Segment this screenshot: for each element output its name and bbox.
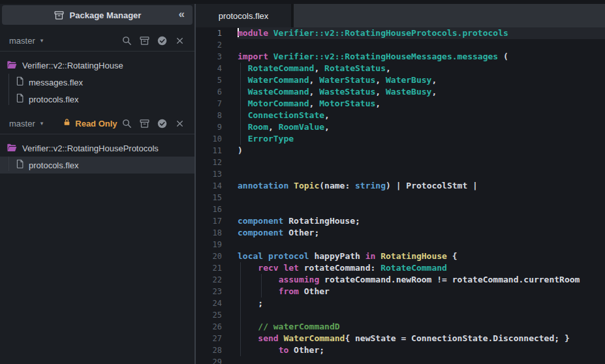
folder-icon [7, 143, 17, 154]
code-line[interactable]: 12 [196, 157, 605, 168]
code-line[interactable]: 24 ; [196, 297, 605, 309]
worktree-header-row: master▾ [0, 31, 194, 50]
check-circle-icon[interactable] [156, 117, 168, 129]
token [375, 251, 380, 261]
code-line[interactable]: 16 [196, 204, 605, 215]
code-line[interactable]: 4 RotateCommand, RotateStatus, [196, 63, 605, 74]
branch-dropdown[interactable]: master▾ [9, 36, 43, 46]
line-number: 13 [196, 168, 222, 180]
token [238, 122, 248, 132]
token: , [386, 63, 391, 73]
read-only-label: Read Only [75, 119, 117, 129]
code-line[interactable]: 21 recv let rotateCommand: RotateCommand [196, 262, 605, 274]
code-line[interactable]: 27 send WaterCommand{ newState = Connect… [196, 333, 605, 344]
folder-row[interactable]: Verifier::v2::RotatingHouse [0, 57, 194, 74]
token: in [365, 251, 376, 261]
folder-label: Verifier::v2::RotatingHouse [22, 61, 123, 70]
token: RotatingHouse [380, 251, 447, 261]
check-circle-icon[interactable] [156, 35, 168, 46]
code-text [238, 157, 605, 168]
token: RotateStatus [324, 63, 386, 73]
token: from [279, 286, 299, 296]
token: , [314, 63, 324, 73]
line-number: 22 [196, 274, 222, 286]
line-number: 4 [196, 63, 222, 74]
code-line[interactable]: 2 [196, 39, 605, 51]
token: , [309, 87, 320, 97]
code-editor[interactable]: 1module Verifier::v2::RotatingHouseProto… [196, 27, 605, 364]
token [238, 99, 248, 108]
close-icon[interactable] [174, 117, 185, 129]
package-icon[interactable] [138, 35, 150, 46]
code-text: ; [238, 297, 605, 309]
package-icon [54, 10, 65, 21]
collapse-panel-icon[interactable]: « [179, 8, 185, 21]
token: let [283, 263, 298, 273]
package-icon[interactable] [138, 117, 150, 129]
code-lines: 1module Verifier::v2::RotatingHouseProto… [196, 27, 605, 364]
code-line[interactable]: 17component RotatingHouse; [196, 215, 605, 227]
code-line[interactable]: 3import Verifier::v2::RotatingHouseMessa… [196, 51, 605, 63]
code-line[interactable]: 23 from Other [196, 286, 605, 297]
code-text: annotation Topic(name: string) | Protoco… [238, 180, 605, 192]
branch-dropdown[interactable]: master▾ [9, 119, 43, 129]
code-line[interactable]: 26 // waterCommandD [196, 321, 605, 333]
code-line[interactable]: 25 [196, 309, 605, 321]
line-number: 29 [196, 356, 222, 364]
code-text [238, 309, 605, 321]
token: component [238, 216, 283, 226]
code-text: RotateCommand, RotateStatus, [238, 63, 605, 74]
worktree-toolbar [121, 117, 185, 129]
code-line[interactable]: 22 assuming rotateCommand.newRoom != rot… [196, 274, 605, 286]
token: , [268, 122, 279, 132]
code-line[interactable]: 7 MotorCommand, MotorStatus, [196, 98, 605, 110]
lock-icon [63, 118, 71, 129]
search-icon[interactable] [121, 35, 132, 46]
indent-guide [240, 262, 241, 356]
app-window: Package Manager « master▾Verifier::v2::R… [0, 0, 605, 364]
folder-row[interactable]: Verifier::v2::RotatingHouseProtocols [0, 140, 194, 157]
token: WasteCommand [248, 87, 309, 97]
line-number: 10 [196, 133, 222, 145]
line-number: 2 [196, 39, 222, 51]
file-row[interactable]: protocols.flex [0, 91, 194, 108]
code-line[interactable]: 13 [196, 168, 605, 180]
close-icon[interactable] [174, 35, 185, 46]
file-row[interactable]: messages.flex [0, 74, 194, 91]
code-line[interactable]: 29 [196, 356, 605, 364]
code-line[interactable]: 14annotation Topic(name: string) | Proto… [196, 180, 605, 192]
code-line[interactable]: 20local protocol happyPath in RotatingHo… [196, 250, 605, 262]
package-manager-header[interactable]: Package Manager « [2, 5, 193, 25]
code-line[interactable]: 6 WasteCommand, WasteStatus, WasteBusy, [196, 86, 605, 98]
file-list: messages.flexprotocols.flex [0, 74, 194, 108]
code-text [238, 168, 605, 180]
code-line[interactable]: 8 ConnectionState, [196, 110, 605, 121]
tab-protocols-flex[interactable]: protocols.flex [196, 4, 291, 27]
code-line[interactable]: 19 [196, 239, 605, 250]
code-line[interactable]: 9 Room, RoomValue, [196, 121, 605, 133]
code-text: local protocol happyPath in RotatingHous… [238, 250, 605, 262]
token: happyPath [309, 251, 365, 261]
code-line[interactable]: 18component Other; [196, 227, 605, 239]
token: Other; [288, 345, 324, 355]
token: MotorStatus [319, 99, 375, 108]
code-line[interactable]: 15 [196, 192, 605, 204]
token: , [431, 75, 437, 85]
file-tree: Verifier::v2::RotatingHouseProtocolsprot… [0, 140, 194, 174]
sidebar-panel: Package Manager « master▾Verifier::v2::R… [0, 4, 196, 364]
indent-guide [261, 274, 262, 297]
line-number: 1 [196, 27, 222, 39]
code-line[interactable]: 11) [196, 145, 605, 157]
line-number: 6 [196, 86, 222, 98]
search-icon[interactable] [121, 117, 132, 129]
token: Other [299, 286, 330, 296]
line-number: 11 [196, 145, 222, 157]
code-line[interactable]: 5 WaterCommand, WaterStatus, WaterBusy, [196, 74, 605, 86]
code-line[interactable]: 1module Verifier::v2::RotatingHouseProto… [196, 27, 605, 39]
code-line[interactable]: 28 to Other; [196, 344, 605, 356]
line-number: 26 [196, 321, 222, 333]
code-text: WasteCommand, WasteStatus, WasteBusy, [238, 86, 605, 98]
file-row[interactable]: protocols.flex [0, 157, 194, 174]
code-line[interactable]: 10 ErrorType [196, 133, 605, 145]
tab-strip: protocols.flex [196, 4, 294, 27]
